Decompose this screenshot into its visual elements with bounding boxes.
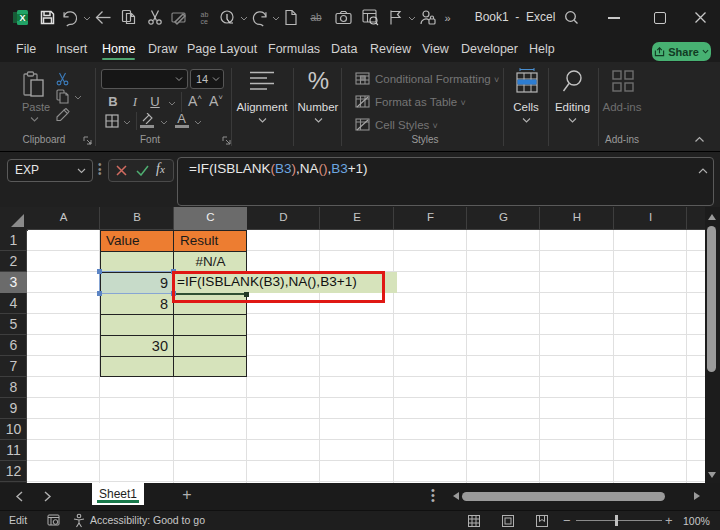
svg-text:X: X <box>19 13 25 23</box>
